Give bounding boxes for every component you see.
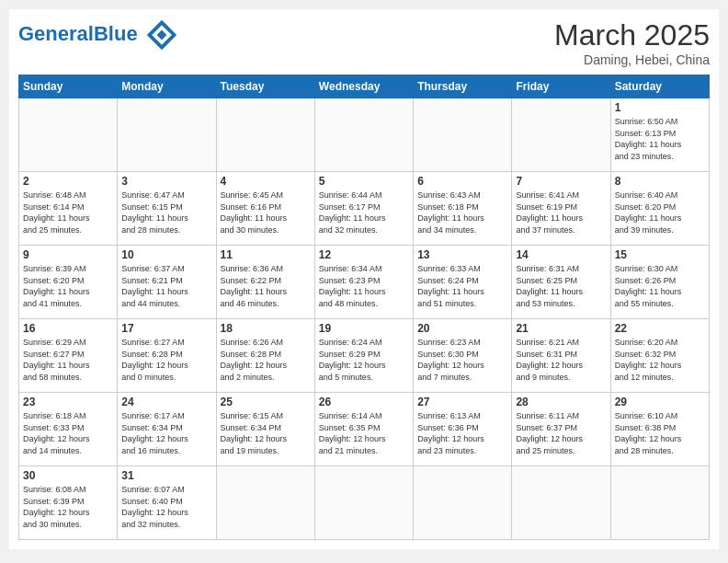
day-info: Sunrise: 6:47 AM Sunset: 6:15 PM Dayligh… <box>121 190 211 236</box>
calendar-table: Sunday Monday Tuesday Wednesday Thursday… <box>18 75 710 540</box>
day-info: Sunrise: 6:34 AM Sunset: 6:23 PM Dayligh… <box>319 263 409 309</box>
day-number: 28 <box>516 396 606 408</box>
day-cell <box>414 98 512 172</box>
day-number: 19 <box>319 322 409 335</box>
logo: GeneralBlue <box>18 18 178 52</box>
day-info: Sunrise: 6:44 AM Sunset: 6:17 PM Dayligh… <box>319 190 409 236</box>
day-number: 27 <box>417 396 507 408</box>
day-info: Sunrise: 6:43 AM Sunset: 6:18 PM Dayligh… <box>417 190 507 236</box>
day-info: Sunrise: 6:27 AM Sunset: 6:28 PM Dayligh… <box>121 337 211 383</box>
day-number: 9 <box>23 248 113 261</box>
day-info: Sunrise: 6:21 AM Sunset: 6:31 PM Dayligh… <box>516 337 606 383</box>
day-cell: 16Sunrise: 6:29 AM Sunset: 6:27 PM Dayli… <box>19 319 118 393</box>
location: Daming, Hebei, China <box>554 52 710 67</box>
day-info: Sunrise: 6:24 AM Sunset: 6:29 PM Dayligh… <box>319 337 409 383</box>
day-number: 21 <box>516 322 606 335</box>
day-number: 3 <box>121 175 211 188</box>
day-cell: 9Sunrise: 6:39 AM Sunset: 6:20 PM Daylig… <box>19 246 118 319</box>
day-number: 6 <box>417 175 507 188</box>
day-cell: 23Sunrise: 6:18 AM Sunset: 6:33 PM Dayli… <box>19 393 118 466</box>
week-row-2: 2Sunrise: 6:48 AM Sunset: 6:14 PM Daylig… <box>19 172 710 246</box>
day-cell: 15Sunrise: 6:30 AM Sunset: 6:26 PM Dayli… <box>610 246 709 319</box>
day-cell: 29Sunrise: 6:10 AM Sunset: 6:38 PM Dayli… <box>610 393 709 466</box>
day-number: 11 <box>221 248 311 261</box>
day-info: Sunrise: 6:30 AM Sunset: 6:26 PM Dayligh… <box>615 263 705 309</box>
day-cell: 27Sunrise: 6:13 AM Sunset: 6:36 PM Dayli… <box>414 393 512 466</box>
day-cell <box>610 466 709 540</box>
title-block: March 2025 Daming, Hebei, China <box>554 18 710 67</box>
day-cell <box>512 466 610 540</box>
day-number: 20 <box>417 322 507 335</box>
day-cell <box>414 466 512 540</box>
day-cell: 31Sunrise: 6:07 AM Sunset: 6:40 PM Dayli… <box>118 466 216 540</box>
day-number: 15 <box>615 248 705 261</box>
day-info: Sunrise: 6:15 AM Sunset: 6:34 PM Dayligh… <box>221 410 311 456</box>
day-number: 4 <box>221 175 311 188</box>
logo-icon <box>145 18 178 52</box>
day-cell: 13Sunrise: 6:33 AM Sunset: 6:24 PM Dayli… <box>414 246 512 319</box>
day-info: Sunrise: 6:14 AM Sunset: 6:35 PM Dayligh… <box>319 410 409 456</box>
day-cell: 14Sunrise: 6:31 AM Sunset: 6:25 PM Dayli… <box>512 246 610 319</box>
day-cell: 26Sunrise: 6:14 AM Sunset: 6:35 PM Dayli… <box>314 393 413 466</box>
day-number: 26 <box>319 396 409 408</box>
day-cell: 8Sunrise: 6:40 AM Sunset: 6:20 PM Daylig… <box>610 172 709 246</box>
day-cell: 6Sunrise: 6:43 AM Sunset: 6:18 PM Daylig… <box>414 172 512 246</box>
month-title: March 2025 <box>554 18 710 52</box>
day-cell <box>216 466 314 540</box>
day-number: 8 <box>615 175 705 188</box>
day-cell: 3Sunrise: 6:47 AM Sunset: 6:15 PM Daylig… <box>118 172 216 246</box>
day-cell: 20Sunrise: 6:23 AM Sunset: 6:30 PM Dayli… <box>414 319 512 393</box>
day-info: Sunrise: 6:40 AM Sunset: 6:20 PM Dayligh… <box>615 190 705 236</box>
header-monday: Monday <box>118 75 216 98</box>
day-number: 7 <box>516 175 606 188</box>
day-number: 25 <box>221 396 311 408</box>
header-sunday: Sunday <box>19 75 118 98</box>
day-info: Sunrise: 6:26 AM Sunset: 6:28 PM Dayligh… <box>221 337 311 383</box>
day-cell: 7Sunrise: 6:41 AM Sunset: 6:19 PM Daylig… <box>512 172 610 246</box>
day-info: Sunrise: 6:48 AM Sunset: 6:14 PM Dayligh… <box>23 190 113 236</box>
day-number: 10 <box>121 248 211 261</box>
header-thursday: Thursday <box>414 75 512 98</box>
day-info: Sunrise: 6:36 AM Sunset: 6:22 PM Dayligh… <box>221 263 311 309</box>
day-cell: 22Sunrise: 6:20 AM Sunset: 6:32 PM Dayli… <box>610 319 709 393</box>
day-cell: 24Sunrise: 6:17 AM Sunset: 6:34 PM Dayli… <box>118 393 216 466</box>
week-row-3: 9Sunrise: 6:39 AM Sunset: 6:20 PM Daylig… <box>19 246 710 319</box>
header-tuesday: Tuesday <box>216 75 314 98</box>
day-number: 22 <box>615 322 705 335</box>
day-number: 18 <box>221 322 311 335</box>
day-info: Sunrise: 6:39 AM Sunset: 6:20 PM Dayligh… <box>23 263 113 309</box>
day-number: 29 <box>615 396 705 408</box>
day-cell: 5Sunrise: 6:44 AM Sunset: 6:17 PM Daylig… <box>314 172 413 246</box>
header-friday: Friday <box>512 75 610 98</box>
day-cell <box>19 98 118 172</box>
day-number: 2 <box>23 175 113 188</box>
day-info: Sunrise: 6:45 AM Sunset: 6:16 PM Dayligh… <box>221 190 311 236</box>
day-info: Sunrise: 6:20 AM Sunset: 6:32 PM Dayligh… <box>615 337 705 383</box>
day-info: Sunrise: 6:10 AM Sunset: 6:38 PM Dayligh… <box>615 410 705 456</box>
day-cell: 11Sunrise: 6:36 AM Sunset: 6:22 PM Dayli… <box>216 246 314 319</box>
header-wednesday: Wednesday <box>314 75 413 98</box>
logo-blue: Blue <box>94 22 138 45</box>
day-info: Sunrise: 6:11 AM Sunset: 6:37 PM Dayligh… <box>516 410 606 456</box>
day-info: Sunrise: 6:50 AM Sunset: 6:13 PM Dayligh… <box>615 116 705 162</box>
day-number: 24 <box>121 396 211 408</box>
day-info: Sunrise: 6:13 AM Sunset: 6:36 PM Dayligh… <box>417 410 507 456</box>
day-cell <box>118 98 216 172</box>
day-info: Sunrise: 6:29 AM Sunset: 6:27 PM Dayligh… <box>23 337 113 383</box>
day-cell: 19Sunrise: 6:24 AM Sunset: 6:29 PM Dayli… <box>314 319 413 393</box>
day-cell <box>314 466 413 540</box>
day-cell: 12Sunrise: 6:34 AM Sunset: 6:23 PM Dayli… <box>314 246 413 319</box>
day-number: 12 <box>319 248 409 261</box>
day-number: 30 <box>23 469 113 482</box>
day-cell: 4Sunrise: 6:45 AM Sunset: 6:16 PM Daylig… <box>216 172 314 246</box>
day-number: 16 <box>23 322 113 335</box>
day-number: 13 <box>417 248 507 261</box>
logo-text: GeneralBlue <box>18 18 178 52</box>
day-cell: 1Sunrise: 6:50 AM Sunset: 6:13 PM Daylig… <box>610 98 709 172</box>
day-cell: 25Sunrise: 6:15 AM Sunset: 6:34 PM Dayli… <box>216 393 314 466</box>
day-info: Sunrise: 6:41 AM Sunset: 6:19 PM Dayligh… <box>516 190 606 236</box>
day-number: 31 <box>121 469 211 482</box>
day-info: Sunrise: 6:17 AM Sunset: 6:34 PM Dayligh… <box>121 410 211 456</box>
day-info: Sunrise: 6:23 AM Sunset: 6:30 PM Dayligh… <box>417 337 507 383</box>
day-cell: 30Sunrise: 6:08 AM Sunset: 6:39 PM Dayli… <box>19 466 118 540</box>
